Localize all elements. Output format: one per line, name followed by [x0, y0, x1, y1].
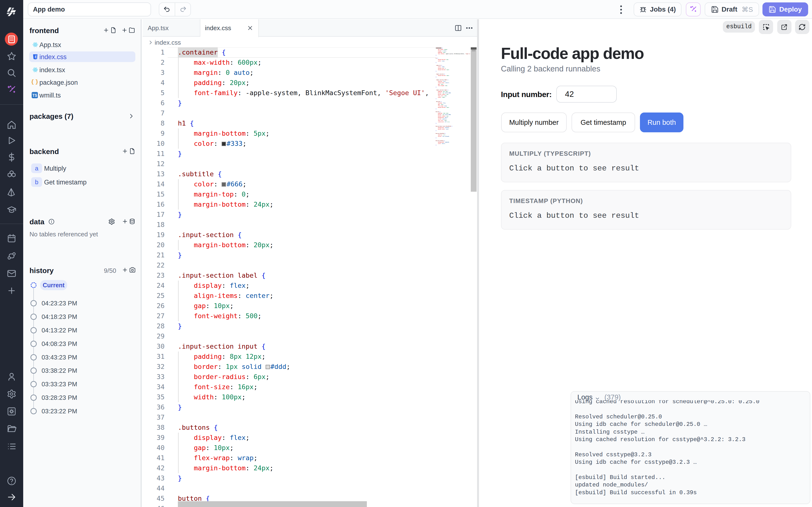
svg-text:3: 3	[35, 55, 36, 58]
